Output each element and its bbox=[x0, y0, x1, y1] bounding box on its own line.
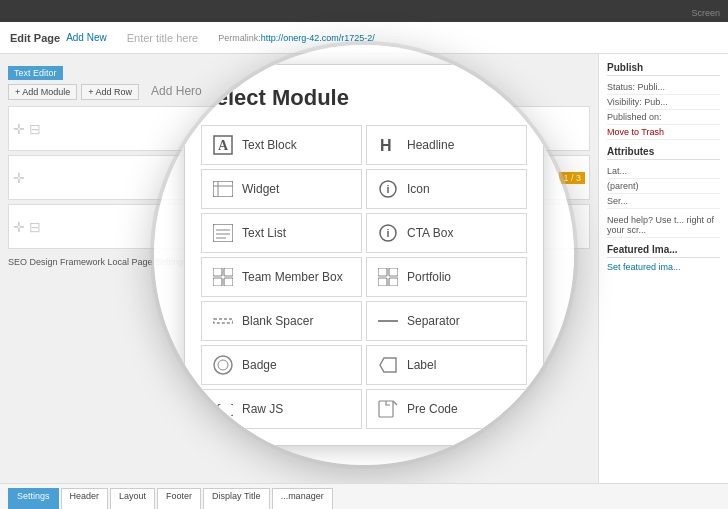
module-label-team-member: Team Member Box bbox=[242, 270, 343, 284]
text-list-icon bbox=[212, 222, 234, 244]
module-item-text-block[interactable]: AText Block bbox=[201, 125, 362, 165]
icon-icon: i bbox=[377, 178, 399, 200]
module-item-label[interactable]: Label bbox=[366, 345, 527, 385]
module-item-icon[interactable]: iIcon bbox=[366, 169, 527, 209]
permalink: Permalink: bbox=[218, 33, 261, 43]
module-item-portfolio[interactable]: Portfolio bbox=[366, 257, 527, 297]
module-label-pre-code: Pre Code bbox=[407, 402, 458, 416]
select-module-modal: Select Module AText BlockHHeadlineWidget… bbox=[184, 64, 544, 446]
set-featured-link[interactable]: Set featured ima... bbox=[607, 262, 720, 272]
status-item: Status: Publi... bbox=[607, 80, 720, 95]
module-item-blank-spacer[interactable]: Blank Spacer bbox=[201, 301, 362, 341]
lat-item: Lat... bbox=[607, 164, 720, 179]
bottom-tab-header[interactable]: Header bbox=[61, 488, 109, 509]
svg-text:i: i bbox=[386, 183, 389, 195]
svg-rect-16 bbox=[213, 278, 222, 286]
svg-rect-8 bbox=[213, 224, 233, 242]
module-label-text-list: Text List bbox=[242, 226, 286, 240]
module-label-headline: Headline bbox=[407, 138, 454, 152]
bottom-tab-manager[interactable]: ...manager bbox=[272, 488, 333, 509]
badge-icon bbox=[212, 354, 234, 376]
headline-icon: H bbox=[377, 134, 399, 156]
circle-overlay: Select Module AText BlockHHeadlineWidget… bbox=[154, 45, 574, 465]
svg-rect-21 bbox=[389, 278, 398, 286]
module-grid: AText BlockHHeadlineWidgetiIconText List… bbox=[201, 125, 527, 429]
help-text: Need help? Use t... right of your scr... bbox=[607, 213, 720, 238]
publish-section: Publish bbox=[607, 62, 720, 76]
module-item-team-member[interactable]: Team Member Box bbox=[201, 257, 362, 297]
svg-point-24 bbox=[214, 356, 232, 374]
portfolio-icon bbox=[377, 266, 399, 288]
svg-text:{ }: { } bbox=[214, 402, 233, 417]
pre-code-icon bbox=[377, 398, 399, 420]
module-label-raw-js: Raw JS bbox=[242, 402, 283, 416]
bottom-tab-layout[interactable]: Layout bbox=[110, 488, 155, 509]
module-label-cta-box: CTA Box bbox=[407, 226, 453, 240]
text-block-icon: A bbox=[212, 134, 234, 156]
module-label-label: Label bbox=[407, 358, 436, 372]
svg-text:H: H bbox=[380, 137, 392, 154]
module-item-widget[interactable]: Widget bbox=[201, 169, 362, 209]
separator-icon bbox=[377, 310, 399, 332]
module-item-separator[interactable]: Separator bbox=[366, 301, 527, 341]
sidebar: Publish Status: Publi... Visibility: Pub… bbox=[598, 54, 728, 509]
text-editor-tab[interactable]: Text Editor bbox=[8, 66, 63, 80]
module-label-portfolio: Portfolio bbox=[407, 270, 451, 284]
permalink-url[interactable]: http://onerg-42.com/r1725-2/ bbox=[261, 33, 375, 43]
screen-label: Screen bbox=[691, 8, 720, 18]
bottom-tab-footer[interactable]: Footer bbox=[157, 488, 201, 509]
cta-box-icon: i bbox=[377, 222, 399, 244]
edit-page-label: Edit Page bbox=[10, 32, 60, 44]
admin-bar bbox=[0, 0, 728, 22]
module-label-separator: Separator bbox=[407, 314, 460, 328]
bottom-tab-settings[interactable]: Settings bbox=[8, 488, 59, 509]
label-icon bbox=[377, 354, 399, 376]
svg-rect-17 bbox=[224, 278, 233, 286]
team-member-icon bbox=[212, 266, 234, 288]
move-to-trash[interactable]: Move to Trash bbox=[607, 125, 720, 140]
module-item-pre-code[interactable]: Pre Code bbox=[366, 389, 527, 429]
attributes-section: Attributes bbox=[607, 146, 720, 160]
page-bottom-tabs: SettingsHeaderLayoutFooterDisplay Title.… bbox=[0, 483, 728, 509]
module-label-badge: Badge bbox=[242, 358, 277, 372]
module-label-widget: Widget bbox=[242, 182, 279, 196]
add-new-link[interactable]: Add New bbox=[66, 32, 107, 43]
raw-js-icon: { } bbox=[212, 398, 234, 420]
modal-title: Select Module bbox=[201, 85, 527, 111]
bottom-tab-display-title[interactable]: Display Title bbox=[203, 488, 270, 509]
svg-rect-14 bbox=[213, 268, 222, 276]
ser-item: Ser... bbox=[607, 194, 720, 209]
featured-image-section: Featured Ima... bbox=[607, 244, 720, 258]
visibility-item: Visibility: Pub... bbox=[607, 95, 720, 110]
svg-rect-20 bbox=[378, 278, 387, 286]
published-on-item: Published on: bbox=[607, 110, 720, 125]
svg-line-29 bbox=[393, 401, 397, 405]
svg-rect-3 bbox=[213, 181, 233, 197]
title-placeholder: Enter title here bbox=[127, 32, 199, 44]
svg-rect-18 bbox=[378, 268, 387, 276]
svg-marker-26 bbox=[380, 358, 396, 372]
module-item-raw-js[interactable]: { }Raw JS bbox=[201, 389, 362, 429]
svg-rect-22 bbox=[213, 319, 233, 323]
module-label-icon: Icon bbox=[407, 182, 430, 196]
add-row-button[interactable]: + Add Row bbox=[81, 84, 139, 100]
module-item-badge[interactable]: Badge bbox=[201, 345, 362, 385]
svg-rect-19 bbox=[389, 268, 398, 276]
module-label-blank-spacer: Blank Spacer bbox=[242, 314, 313, 328]
module-label-text-block: Text Block bbox=[242, 138, 297, 152]
blank-spacer-icon bbox=[212, 310, 234, 332]
widget-icon bbox=[212, 178, 234, 200]
row-badge: 1 / 3 bbox=[559, 172, 585, 184]
svg-text:A: A bbox=[218, 138, 229, 153]
svg-rect-15 bbox=[224, 268, 233, 276]
module-item-text-list[interactable]: Text List bbox=[201, 213, 362, 253]
svg-text:i: i bbox=[386, 227, 389, 239]
add-module-button[interactable]: + Add Module bbox=[8, 84, 77, 100]
parent-item: (parent) bbox=[607, 179, 720, 194]
svg-point-25 bbox=[218, 360, 228, 370]
module-item-cta-box[interactable]: iCTA Box bbox=[366, 213, 527, 253]
module-item-headline[interactable]: HHeadline bbox=[366, 125, 527, 165]
